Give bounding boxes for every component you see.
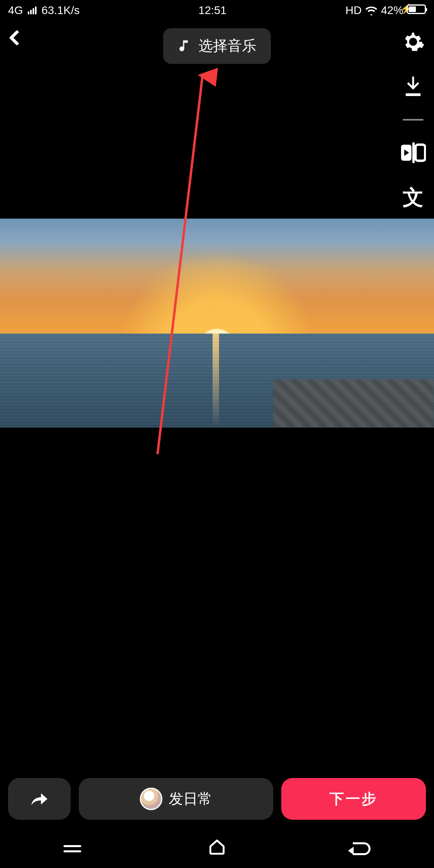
share-button[interactable]	[8, 778, 71, 820]
top-bar: 选择音乐	[0, 26, 434, 66]
annotation-arrow	[0, 0, 434, 868]
next-label: 下一步	[330, 789, 378, 809]
preview-sky	[0, 219, 434, 334]
bottom-actions: 发日常 下一步	[8, 778, 426, 820]
status-right: HD 42% ⚡	[345, 4, 426, 17]
post-daily-label: 发日常	[169, 789, 212, 809]
download-button[interactable]	[400, 74, 426, 100]
battery-icon	[407, 4, 426, 14]
next-button[interactable]: 下一步	[281, 778, 426, 820]
share-icon	[30, 791, 49, 807]
select-music-button[interactable]: 选择音乐	[163, 28, 271, 64]
network-type: 4G	[8, 4, 23, 17]
back-button[interactable]	[11, 32, 23, 43]
music-note-icon	[178, 38, 192, 54]
select-music-label: 选择音乐	[199, 36, 256, 56]
text-icon: 文	[403, 184, 424, 212]
clip-button[interactable]	[400, 140, 426, 166]
text-button[interactable]: 文	[400, 185, 426, 211]
settings-button[interactable]	[400, 29, 426, 55]
hd-indicator: HD	[345, 4, 361, 17]
chevron-left-icon	[9, 30, 25, 46]
toolbar-divider	[403, 119, 424, 121]
video-preview[interactable]	[0, 219, 434, 428]
signal-icon	[28, 6, 37, 14]
status-bar: 4G 63.1K/s 12:51 HD 42% ⚡	[0, 0, 434, 21]
post-daily-button[interactable]: 发日常	[79, 778, 273, 820]
svg-rect-3	[416, 145, 425, 161]
system-navbar	[0, 829, 434, 868]
download-icon	[402, 75, 424, 99]
nav-home-button[interactable]	[208, 838, 226, 859]
nav-back-button[interactable]	[353, 842, 371, 855]
sun-reflection	[213, 334, 219, 428]
clock: 12:51	[199, 4, 227, 17]
avatar	[140, 788, 162, 810]
clip-icon	[400, 141, 426, 164]
status-left: 4G 63.1K/s	[8, 4, 80, 17]
gear-icon	[401, 30, 425, 54]
nav-recents-button[interactable]	[63, 845, 81, 852]
network-speed: 63.1K/s	[41, 4, 80, 17]
back-icon	[353, 842, 371, 855]
home-icon	[208, 838, 226, 856]
wifi-icon	[365, 6, 378, 15]
censored-region	[273, 379, 434, 428]
